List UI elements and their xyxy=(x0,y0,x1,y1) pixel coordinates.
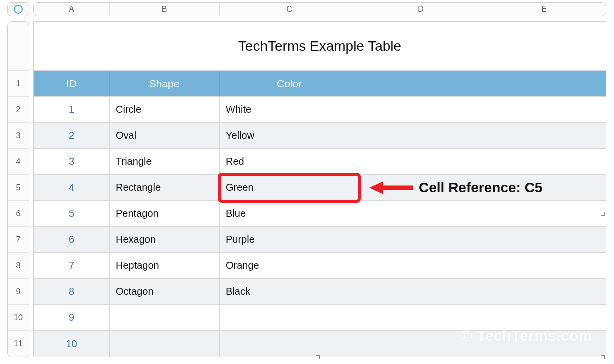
row-header-3[interactable]: 3 xyxy=(8,123,29,149)
column-headers: A B C D E xyxy=(33,2,606,16)
header-color[interactable]: Color xyxy=(220,71,359,96)
row-header-1[interactable]: 1 xyxy=(8,71,29,97)
table-row: 7 Heptagon Orange xyxy=(34,253,606,279)
cell-b11[interactable] xyxy=(110,331,220,357)
row-header-6[interactable]: 6 xyxy=(8,201,29,227)
origin-cell[interactable] xyxy=(7,2,29,16)
cell-c4[interactable]: Red xyxy=(220,149,359,174)
cell-d8[interactable] xyxy=(359,253,482,278)
row-header-7[interactable]: 7 xyxy=(8,227,29,253)
cell-a10[interactable]: 9 xyxy=(34,305,110,330)
header-d[interactable] xyxy=(359,71,482,96)
cell-b7[interactable]: Hexagon xyxy=(110,227,220,252)
cell-c10[interactable] xyxy=(220,305,359,330)
table-row: 1 Circle White xyxy=(34,97,606,123)
cell-b8[interactable]: Heptagon xyxy=(110,253,220,278)
row-header-8[interactable]: 8 xyxy=(8,253,29,279)
cell-c9[interactable]: Black xyxy=(220,279,359,304)
cell-a6[interactable]: 5 xyxy=(34,201,110,226)
cell-d10[interactable] xyxy=(359,305,482,330)
cell-e5[interactable] xyxy=(482,175,606,200)
cell-e9[interactable] xyxy=(482,279,606,304)
row-header-11[interactable]: 11 xyxy=(8,331,29,357)
cell-e4[interactable] xyxy=(482,149,606,174)
cell-a7[interactable]: 6 xyxy=(34,227,110,252)
header-shape[interactable]: Shape xyxy=(110,71,220,96)
col-header-a[interactable]: A xyxy=(34,3,110,16)
cell-d4[interactable] xyxy=(359,149,482,174)
cell-e7[interactable] xyxy=(482,227,606,252)
cell-d9[interactable] xyxy=(359,279,482,304)
cell-b4[interactable]: Triangle xyxy=(110,149,220,174)
cell-d7[interactable] xyxy=(359,227,482,252)
cell-a2[interactable]: 1 xyxy=(34,97,110,122)
cell-b5[interactable]: Rectangle xyxy=(110,175,220,200)
cell-d11[interactable] xyxy=(359,331,482,357)
selection-handle-icon[interactable] xyxy=(601,355,605,359)
col-header-e[interactable]: E xyxy=(482,3,606,16)
col-header-d[interactable]: D xyxy=(359,3,482,16)
row-header-spacer xyxy=(8,22,29,71)
table-title[interactable]: TechTerms Example Table xyxy=(34,22,606,71)
row-headers: 1 2 3 4 5 6 7 8 9 10 11 xyxy=(7,21,29,357)
table-header-row: ID Shape Color xyxy=(34,71,606,97)
cell-b6[interactable]: Pentagon xyxy=(110,201,220,226)
cell-d2[interactable] xyxy=(359,97,482,122)
col-header-c[interactable]: C xyxy=(220,3,359,16)
table-row: 3 Triangle Red xyxy=(34,149,606,175)
cell-a5[interactable]: 4 xyxy=(34,175,110,200)
row-header-9[interactable]: 9 xyxy=(8,279,29,305)
cell-a9[interactable]: 8 xyxy=(34,279,110,304)
table-row: 8 Octagon Black xyxy=(34,279,606,305)
table-row: 4 Rectangle Green xyxy=(34,175,606,201)
cell-d6[interactable] xyxy=(359,201,482,226)
cell-b2[interactable]: Circle xyxy=(110,97,220,122)
header-id[interactable]: ID xyxy=(34,71,110,96)
cell-b3[interactable]: Oval xyxy=(110,123,220,148)
spreadsheet-grid: TechTerms Example Table ID Shape Color 1… xyxy=(33,21,606,357)
cell-e8[interactable] xyxy=(482,253,606,278)
cell-a8[interactable]: 7 xyxy=(34,253,110,278)
row-header-4[interactable]: 4 xyxy=(8,149,29,175)
cell-c2[interactable]: White xyxy=(220,97,359,122)
cell-a11[interactable]: 10 xyxy=(34,331,110,357)
cell-b10[interactable] xyxy=(110,305,220,330)
cell-a3[interactable]: 2 xyxy=(34,123,110,148)
cell-c11[interactable] xyxy=(220,331,359,357)
table-row: 9 xyxy=(34,305,606,331)
cell-b9[interactable]: Octagon xyxy=(110,279,220,304)
table-row: 10 xyxy=(34,331,606,357)
cell-c5[interactable]: Green xyxy=(220,175,359,200)
table-row: 6 Hexagon Purple xyxy=(34,227,606,253)
cell-e2[interactable] xyxy=(482,97,606,122)
select-all-icon xyxy=(14,5,23,14)
cell-c8[interactable]: Orange xyxy=(220,253,359,278)
table-row: 5 Pentagon Blue xyxy=(34,201,606,227)
cell-e10[interactable] xyxy=(482,305,606,330)
row-header-10[interactable]: 10 xyxy=(8,305,29,331)
cell-d3[interactable] xyxy=(359,123,482,148)
selection-handle-icon[interactable] xyxy=(316,355,320,359)
col-header-b[interactable]: B xyxy=(110,3,220,16)
cell-d5[interactable] xyxy=(359,175,482,200)
cell-c7[interactable]: Purple xyxy=(220,227,359,252)
cell-c3[interactable]: Yellow xyxy=(220,123,359,148)
header-e[interactable] xyxy=(482,71,606,96)
cell-e11[interactable] xyxy=(482,331,606,357)
selection-handle-icon[interactable] xyxy=(601,212,605,216)
table-row: 2 Oval Yellow xyxy=(34,123,606,149)
cell-a4[interactable]: 3 xyxy=(34,149,110,174)
row-header-5[interactable]: 5 xyxy=(8,175,29,201)
row-header-2[interactable]: 2 xyxy=(8,97,29,123)
cell-e6[interactable] xyxy=(482,201,606,226)
cell-e3[interactable] xyxy=(482,123,606,148)
cell-c6[interactable]: Blue xyxy=(220,201,359,226)
